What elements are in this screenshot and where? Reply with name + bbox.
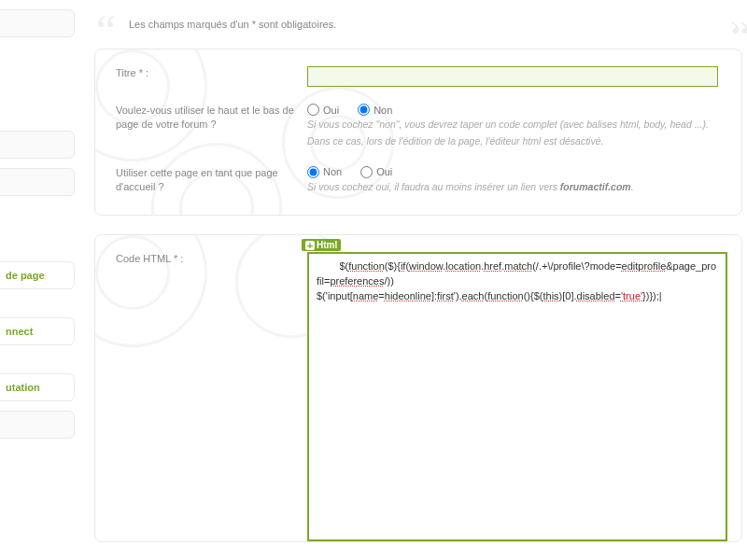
radio-input[interactable] (358, 104, 370, 116)
sidebar-item[interactable]: nnect (0, 317, 75, 345)
use-header-no[interactable]: Non (358, 104, 392, 116)
homepage-hint: Si vous cochez oui, il faudra au moins i… (307, 180, 721, 195)
code-panel: Code HTML * : Html $(function($){if(wind… (94, 234, 742, 542)
sidebar-item[interactable]: utation (0, 373, 75, 401)
editor-wrap: Html $(function($){if(window.location.hr… (307, 252, 727, 541)
homepage-label: Utiliser cette page en tant que page d'a… (116, 166, 307, 195)
use-header-hint2: Dans ce cas, lors de l'édition de la pag… (307, 134, 721, 149)
sidebar-item[interactable]: de page (0, 261, 75, 289)
sidebar-item[interactable] (0, 9, 75, 37)
homepage-radio-group: Non Oui (307, 166, 721, 178)
radio-input[interactable] (307, 104, 319, 116)
main-content: “ Les champs marqués d'un * sont obligat… (92, 0, 745, 560)
radio-input[interactable] (360, 166, 373, 178)
sidebar-item[interactable] (0, 131, 75, 159)
use-header-radio-group: Oui Non (307, 104, 721, 116)
code-label: Code HTML * : (116, 252, 307, 541)
title-label: Titre * : (116, 66, 307, 87)
sidebar: de page nnect utation (0, 0, 75, 560)
editor-tab-html[interactable]: Html (302, 239, 341, 251)
use-header-yes[interactable]: Oui (307, 104, 339, 116)
intro-bar: “ Les champs marqués d'un * sont obligat… (92, 0, 745, 39)
sidebar-item[interactable] (0, 168, 75, 196)
intro-text: Les champs marqués d'un * sont obligatoi… (129, 19, 336, 30)
settings-panel: Titre * : Voulez-vous utiliser le haut e… (94, 49, 742, 216)
homepage-no[interactable]: Non (307, 166, 342, 178)
sidebar-item[interactable] (0, 411, 75, 439)
use-header-hint1: Si vous cochez "non", vous devrez taper … (307, 118, 721, 133)
radio-input[interactable] (307, 166, 319, 178)
title-input[interactable] (307, 66, 718, 87)
homepage-yes[interactable]: Oui (360, 166, 392, 178)
use-header-label: Voulez-vous utiliser le haut et le bas d… (116, 104, 307, 149)
code-editor[interactable]: $(function($){if(window.location.href.ma… (307, 252, 727, 541)
